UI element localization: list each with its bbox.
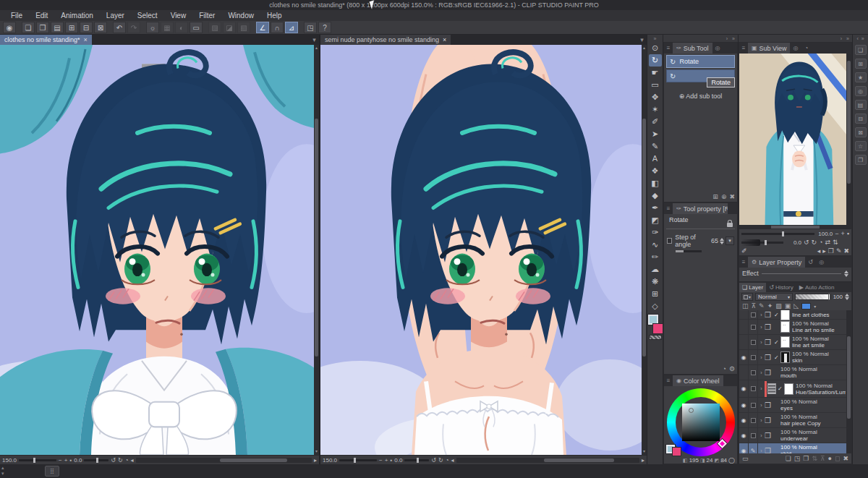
restore-default-icon[interactable]: ◔ [722,365,726,372]
menu-window[interactable]: Window [221,10,260,21]
csp-logo-icon[interactable]: ◉ [3,22,16,33]
scroll-up-icon[interactable]: ▴ [1,465,4,471]
ruler-range-icon[interactable]: ◺ [793,302,799,310]
tab-search[interactable]: ◎ [816,259,827,265]
transparent-color-chip[interactable] [649,335,662,340]
detail-settings-icon[interactable]: ⚙ [729,365,735,372]
snap-to-special-ruler-button[interactable]: ⊿ [285,22,298,33]
layer-checkbox[interactable] [749,428,758,443]
new-file-button[interactable]: ❏ [22,22,35,33]
snap-to-curve-button[interactable]: ∩ [271,22,284,33]
expand-arrow-icon[interactable]: › [758,325,765,330]
next-image-icon[interactable]: ▸ [822,247,826,255]
menu-select[interactable]: Select [131,10,164,21]
layer-checkbox[interactable] [749,335,758,349]
zoom-out-button[interactable]: − [59,456,62,465]
close-icon[interactable]: × [84,36,88,43]
scroll-left-icon[interactable]: ◂ [451,456,454,465]
sub-view-vertical-scrollbar[interactable] [846,54,851,229]
eyedropper-icon[interactable]: ✐ [741,247,747,255]
panel-menu-icon[interactable]: ≡ [739,45,748,51]
step-of-angle-slider[interactable] [676,250,702,252]
layer-row-line-art-smile[interactable]: ›❐✓100 % Normalline art smile [739,335,851,350]
layer-palette-color-button[interactable]: ▾ [741,293,753,301]
visibility-eye-icon[interactable] [739,310,749,319]
export-button[interactable]: ⊟ [80,22,93,33]
dock-panel-icon-1[interactable]: ❏ [855,45,867,55]
menu-help[interactable]: Help [260,10,289,21]
tab-history[interactable]: ↺History [766,283,796,292]
layer-mask-icon[interactable]: ◻ [835,455,840,462]
save-file-button[interactable]: ▤ [51,22,64,33]
visibility-eye-icon[interactable]: ◉ [739,380,749,397]
layer-checkbox[interactable] [749,398,758,412]
layer-row-skin[interactable]: ◉›❐✓100 % Normalskin [739,350,851,365]
expand-arrow-icon[interactable]: › [758,370,765,375]
canvas-1-horizontal-scrollbar[interactable] [136,458,312,463]
collapse-right-icon[interactable]: » [732,36,735,41]
layer-list-scrollbar[interactable] [846,310,851,453]
visibility-eye-icon[interactable]: ◉ [739,350,749,364]
pen-tool[interactable]: ✒ [649,202,662,214]
transfer-down-icon[interactable]: ⇅ [812,455,817,462]
tab-list-menu-button[interactable]: ▾ [637,35,647,45]
tab-list-menu-button[interactable]: ▾ [310,35,319,45]
expand-arrow-icon[interactable]: › [758,340,765,345]
layer-checkbox[interactable] [749,413,758,427]
layer-checkbox[interactable] [749,365,758,380]
dock-panel-icon-6[interactable]: ⊟ [855,114,867,124]
gradient-tool[interactable]: ◧ [649,177,662,189]
new-folder-icon[interactable]: ❐ [803,455,809,462]
show-as-list-icon[interactable]: ⊞ [712,193,718,200]
fill-mono-icon[interactable]: ● [828,455,832,462]
rotate-tool[interactable]: ↻ [649,54,662,67]
dock-panel-icon-9[interactable]: ❐ [855,155,867,165]
eyedropper-tool[interactable]: ✐ [649,116,662,128]
panel-menu-icon[interactable]: ≡ [739,259,748,265]
scroll-down-icon[interactable]: ▾ [642,448,647,455]
collapse-left-icon[interactable]: › [726,36,728,41]
menu-view[interactable]: View [164,10,193,21]
expand-arrow-icon[interactable]: › [758,355,765,360]
canvas-1-vertical-scrollbar[interactable]: ▴ ▾ [314,45,319,455]
tab-sub-view[interactable]: ▣ Sub View [748,43,790,54]
brush-tool[interactable]: ✑ [649,226,662,239]
register-image-icon[interactable]: ✎ [836,247,842,255]
layer-checkbox[interactable] [749,310,758,319]
visibility-eye-icon[interactable] [739,365,749,380]
tab-semi-nude-pantyhose[interactable]: semi nude pantyhose no smile standing × [320,35,451,45]
chevron-down-icon[interactable]: ▾ [814,304,816,309]
tab-item-bank[interactable]: ◔ [801,45,812,51]
tab-color-wheel[interactable]: ◉ Color Wheel [673,375,723,386]
visibility-eye-icon[interactable]: ◉ [739,428,749,443]
dock-panel-icon-8[interactable]: ☆ [855,141,867,151]
scroll-down-icon[interactable]: ▾ [1,471,4,477]
scroll-down-icon[interactable]: ▾ [314,448,319,455]
operation-tool[interactable]: ➤ [649,128,662,140]
auto-select-tool[interactable]: ✶ [649,103,662,116]
fit-to-screen-button[interactable]: ▪ [69,456,72,465]
visibility-eye-icon[interactable]: ◉ [739,443,749,453]
scroll-up-icon[interactable]: ▴ [314,45,319,51]
reset-rotation-button[interactable]: ◔ [125,456,129,465]
delete-layer-icon[interactable]: ✖ [843,455,848,462]
scroll-right-icon[interactable]: ▸ [642,456,644,465]
deselect-button[interactable]: ☼ [146,22,159,33]
tab-sub-tool[interactable]: ✑ Sub Tool [673,43,712,54]
canvas-2-vertical-scrollbar[interactable]: ▴ ▾ [642,45,647,455]
clear-image-icon[interactable]: ✖ [843,247,849,255]
layer-row-hair-piece-copy[interactable]: ◉›❐100 % Normalhair piece Copy [739,413,851,428]
opacity-slider[interactable] [795,294,831,300]
sub-view-rotation-slider[interactable] [741,242,783,244]
visibility-eye-icon[interactable]: ◉ [739,413,749,427]
selection-border-button[interactable]: ▭ [190,22,203,33]
zoom-in-button[interactable]: + [64,456,68,465]
zoom-in-button[interactable]: + [385,456,388,465]
hand-tool[interactable]: ☛ [649,67,662,79]
menu-animation[interactable]: Animation [54,10,99,21]
collapse-left-icon[interactable]: › [841,36,842,41]
flip-vertical-icon[interactable]: ⇅ [833,239,838,246]
sv-marker[interactable] [689,408,694,413]
reset-rotation-icon[interactable]: ◔ [819,239,822,246]
background-color-swatch[interactable] [653,324,663,333]
